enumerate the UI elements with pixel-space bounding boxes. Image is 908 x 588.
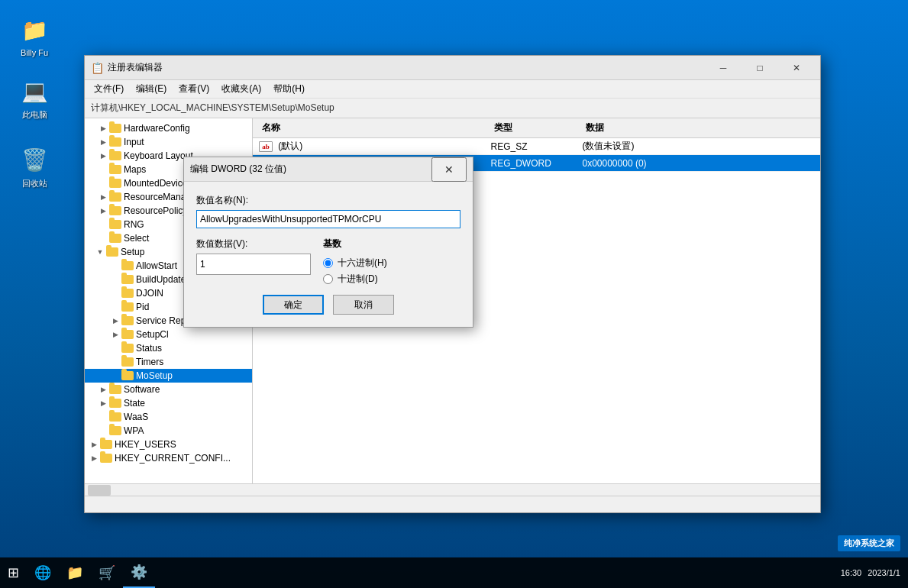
ok-button[interactable]: 确定 [263,295,324,315]
cancel-button[interactable]: 取消 [333,295,394,315]
dialog-title-bar: 编辑 DWORD (32 位值) ✕ [184,157,473,182]
value-data-input[interactable] [196,254,311,275]
value-name-label: 数值名称(N): [196,194,460,207]
hex-radio-label[interactable]: 十六进制(H) [323,257,387,270]
start-button[interactable]: ⊞ [0,557,27,588]
hex-radio[interactable] [323,258,333,268]
taskbar-regedit[interactable]: ⚙️ [123,557,155,588]
hex-label: 十六进制(H) [338,257,387,270]
base-section: 基数 十六进制(H) 十进制(D) [323,237,387,286]
dialog-title: 编辑 DWORD (32 位值) [190,163,431,176]
taskbar-edge[interactable]: 🌐 [27,557,59,588]
time-display: 16:30 [841,568,862,577]
value-name-input[interactable] [196,210,460,228]
value-data-label: 数值数据(V): [196,237,311,250]
taskbar-store[interactable]: 🛒 [91,557,123,588]
dialog-buttons: 确定 取消 [196,295,460,315]
value-data-section: 数值数据(V): [196,237,311,286]
dialog-close-button[interactable]: ✕ [431,157,467,182]
base-label: 基数 [323,237,387,250]
decimal-label: 十进制(D) [338,273,378,286]
taskbar: ⊞ 🌐 📁 🛒 ⚙️ 16:30 2023/1/1 [0,557,908,588]
decimal-radio-label[interactable]: 十进制(D) [323,273,387,286]
taskbar-clock: 16:30 2023/1/1 [841,568,908,577]
date-display: 2023/1/1 [868,568,900,577]
dialog-body: 数值名称(N): 数值数据(V): 基数 十六进制(H) 十进制(D) [184,182,473,327]
dialog-data-row: 数值数据(V): 基数 十六进制(H) 十进制(D) [196,237,460,286]
dialog-overlay: 编辑 DWORD (32 位值) ✕ 数值名称(N): 数值数据(V): 基数 … [0,0,908,588]
edit-dword-dialog: 编辑 DWORD (32 位值) ✕ 数值名称(N): 数值数据(V): 基数 … [183,157,473,328]
decimal-radio[interactable] [323,274,333,284]
taskbar-explorer[interactable]: 📁 [59,557,91,588]
